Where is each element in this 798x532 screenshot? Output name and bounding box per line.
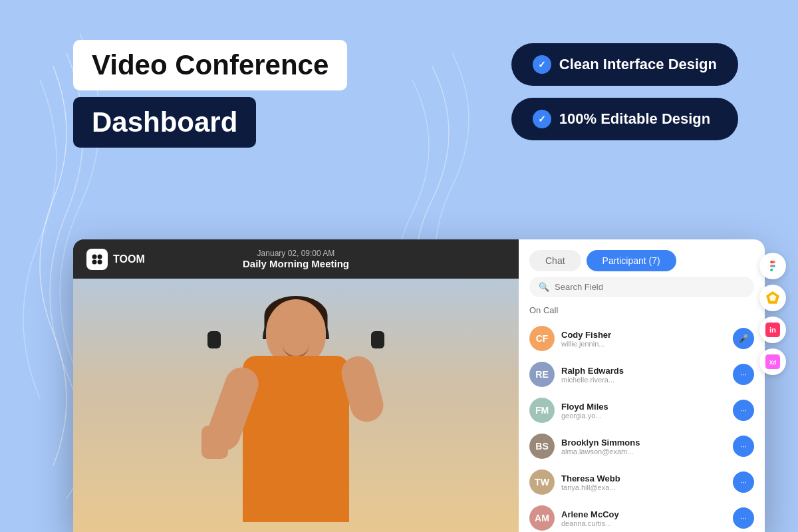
participant-email: tanya.hill@exa... [561,483,726,491]
participant-info: Floyd Miles georgia.yo... [561,402,726,420]
check-icon-1: ✓ [533,55,551,74]
video-logo: TOOM [86,249,145,270]
participant-name: Theresa Webb [561,473,726,483]
participant-avatar: RE [529,362,555,387]
participant-item: TW Theresa Webb tanya.hill@exa... ··· [519,464,765,500]
participant-name: Arlene McCoy [561,509,726,519]
participant-action-btn[interactable]: ··· [733,507,754,529]
participant-info: Theresa Webb tanya.hill@exa... [561,473,726,491]
person-figure [196,286,396,532]
participant-action-btn[interactable]: ··· [733,364,754,385]
participant-email: alma.lawson@exam... [561,448,726,456]
participant-name: Brooklyn Simmons [561,438,726,448]
video-feed [73,279,519,532]
video-panel: TOOM January 02, 09:00 AM Daily Morning … [73,239,519,532]
hand-wave [201,426,228,459]
hero-title-line2: Dashboard [73,97,256,148]
tab-chat[interactable]: Chat [529,250,581,271]
headphone-left [207,331,221,348]
feature-badge-1: ✓ Clean Interface Design [511,43,738,86]
search-input[interactable] [555,282,745,292]
participant-item: AM Arlene McCoy deanna.curtis... ··· [519,500,765,532]
participants-list: CF Cody Fisher willie.jennin... 🎤 RE Ral… [519,321,765,532]
check-icon-2: ✓ [533,110,551,128]
svg-text:Xd: Xd [769,359,777,366]
chat-panel: Chat Participant (7) 🔍 On Call CF Cody F… [519,239,765,532]
svg-point-3 [98,259,102,264]
participant-item: FM Floyd Miles georgia.yo... ··· [519,392,765,428]
body [243,356,349,522]
participant-avatar: CF [529,326,555,351]
participant-info: Ralph Edwards michelle.rivera... [561,366,726,384]
headphone-right [371,331,384,348]
video-header: TOOM January 02, 09:00 AM Daily Morning … [73,239,519,279]
participant-item: CF Cody Fisher willie.jennin... 🎤 [519,321,765,356]
tab-participant[interactable]: Participant (7) [587,250,676,271]
invision-icon[interactable]: in [759,317,786,343]
chat-tabs: Chat Participant (7) [519,239,765,277]
adobe-xd-icon[interactable]: Xd [759,348,786,375]
participant-avatar: FM [529,398,555,423]
participant-avatar: AM [529,505,555,531]
figma-icon[interactable] [759,253,786,279]
participant-action-btn[interactable]: ··· [733,400,754,421]
participant-email: deanna.curtis... [561,519,726,527]
participant-action-btn[interactable]: ··· [733,436,754,457]
participant-item: RE Ralph Edwards michelle.rivera... ··· [519,356,765,392]
search-icon: 🔍 [539,282,549,292]
participant-name: Floyd Miles [561,402,726,412]
search-bar[interactable]: 🔍 [529,277,754,297]
hero-title-line1: Video Conference [73,40,347,90]
toom-logo-icon [86,249,108,270]
participant-name: Ralph Edwards [561,366,726,376]
svg-point-1 [98,254,102,259]
svg-point-0 [92,254,97,259]
participant-action-btn[interactable]: ··· [733,471,754,493]
sketch-icon[interactable] [759,285,786,311]
meeting-info: January 02, 09:00 AM Daily Morning Meeti… [243,249,349,269]
participant-email: georgia.yo... [561,412,726,420]
svg-text:in: in [769,326,776,334]
feature-badge-2: ✓ 100% Editable Design [511,98,738,140]
feature-badges: ✓ Clean Interface Design ✓ 100% Editable… [511,43,738,140]
hero-text-block: Video Conference Dashboard [73,40,347,148]
participant-avatar: BS [529,434,555,459]
participant-avatar: TW [529,469,555,495]
participant-item: BS Brooklyn Simmons alma.lawson@exam... … [519,428,765,464]
participant-email: michelle.rivera... [561,376,726,384]
participant-name: Cody Fisher [561,330,726,340]
participant-action-btn[interactable]: 🎤 [733,328,754,349]
svg-point-2 [92,259,97,264]
participant-info: Brooklyn Simmons alma.lawson@exam... [561,438,726,456]
tool-icons: in Xd [759,253,786,375]
participant-info: Cody Fisher willie.jennin... [561,330,726,348]
participant-email: willie.jennin... [561,340,726,348]
dashboard-container: TOOM January 02, 09:00 AM Daily Morning … [73,239,765,532]
on-call-label: On Call [519,303,765,321]
participant-info: Arlene McCoy deanna.curtis... [561,509,726,527]
